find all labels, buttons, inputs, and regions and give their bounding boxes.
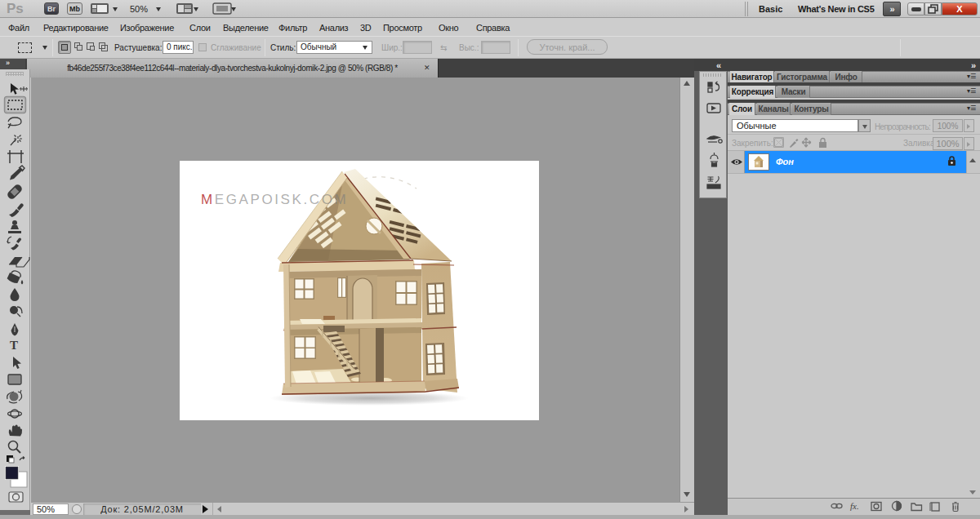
svg-text:T: T [10,339,18,352]
svg-text:fx.: fx. [850,501,859,511]
